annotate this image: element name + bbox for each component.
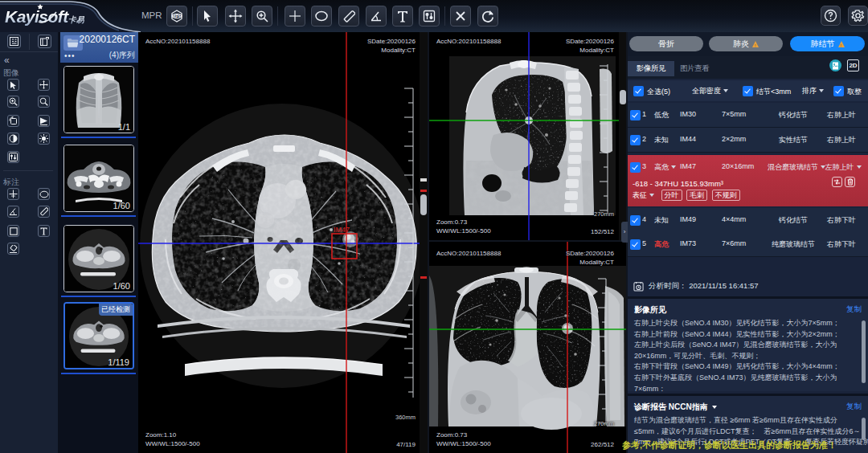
svg-text:MPR: MPR [171,14,182,18]
svg-text:IM47: IM47 [334,226,350,234]
